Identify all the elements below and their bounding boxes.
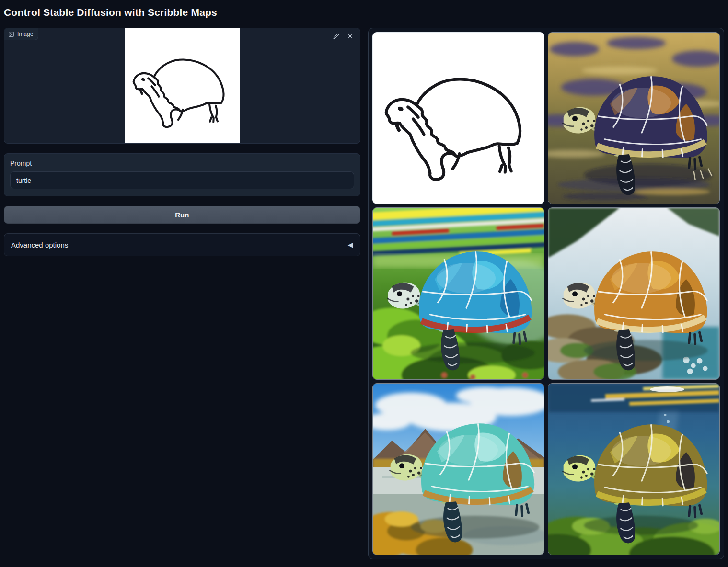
gallery-item-result-5[interactable] <box>548 383 720 555</box>
run-button[interactable]: Run <box>4 206 360 224</box>
prompt-label: Prompt <box>10 159 354 167</box>
controls-column: Image Prompt Run <box>4 28 360 256</box>
image-input-panel: Image <box>4 28 360 144</box>
page-title: Control Stable Diffusion with Scribble M… <box>4 7 724 18</box>
sketch-canvas[interactable] <box>125 28 240 143</box>
image-icon <box>8 31 14 37</box>
gallery-item-scribble[interactable] <box>372 32 544 204</box>
pencil-icon <box>333 33 339 39</box>
gallery-item-result-2[interactable] <box>372 207 544 379</box>
image-label: Image <box>17 31 33 37</box>
main-layout: Image Prompt Run <box>4 28 724 559</box>
gallery-item-result-1[interactable] <box>548 32 720 204</box>
prompt-input[interactable] <box>10 171 354 189</box>
close-icon <box>347 33 353 39</box>
advanced-options-label: Advanced options <box>11 241 68 249</box>
clear-image-button[interactable] <box>346 32 354 40</box>
gallery-item-result-3[interactable] <box>548 207 720 379</box>
prompt-panel: Prompt <box>4 153 360 196</box>
gallery <box>368 28 725 559</box>
caret-left-icon: ◀ <box>348 241 353 248</box>
edit-image-button[interactable] <box>332 32 340 40</box>
gallery-item-result-4[interactable] <box>372 383 544 555</box>
image-label-chip: Image <box>4 28 38 40</box>
advanced-options-accordion[interactable]: Advanced options ◀ <box>4 233 360 256</box>
